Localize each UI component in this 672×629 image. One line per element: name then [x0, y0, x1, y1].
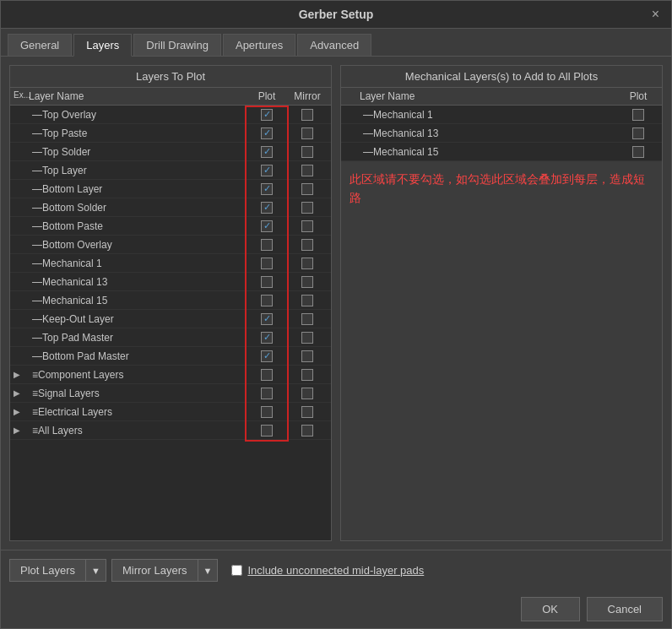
mirror-checkbox[interactable] [301, 202, 313, 214]
col-layer-header: Layer Name [29, 90, 247, 102]
plot-checkbox[interactable] [261, 220, 273, 232]
right-plot-checkbox[interactable] [632, 109, 644, 121]
plot-checkbox[interactable] [261, 276, 273, 288]
mirror-checkbox[interactable] [301, 239, 313, 251]
layer-name: —Top Pad Master [29, 332, 247, 344]
plot-checkbox-cell [247, 313, 287, 325]
col-ex-header: Ex... [14, 90, 29, 102]
layer-row: ▶≡All Layers [10, 421, 331, 440]
plot-checkbox[interactable] [261, 332, 273, 344]
mirror-checkbox-cell [287, 350, 328, 362]
layers-to-plot-panel: Layers To Plot Ex... Layer Name Plot Mir… [9, 65, 332, 541]
mirror-checkbox-cell [287, 369, 328, 381]
plot-checkbox-cell [247, 350, 287, 362]
plot-checkbox-cell [247, 165, 287, 176]
mirror-checkbox-cell [287, 388, 328, 399]
plot-checkbox[interactable] [261, 183, 273, 195]
gerber-setup-dialog: Gerber Setup × General Layers Drill Draw… [0, 0, 672, 629]
plot-layers-dropdown[interactable]: ▼ [86, 559, 106, 582]
mirror-checkbox[interactable] [301, 388, 313, 399]
close-button[interactable]: × [647, 6, 664, 23]
right-col-ex [344, 90, 360, 102]
mirror-checkbox-cell [287, 146, 328, 158]
plot-checkbox[interactable] [261, 146, 273, 158]
layer-row: —Bottom Pad Master [10, 347, 331, 366]
ok-cancel-bar: OK Cancel [1, 590, 671, 628]
include-unconnected-checkbox[interactable] [231, 565, 242, 576]
tab-general[interactable]: General [8, 34, 72, 56]
mirror-checkbox[interactable] [301, 332, 313, 344]
plot-checkbox[interactable] [261, 165, 273, 176]
layer-row: —Bottom Paste [10, 217, 331, 236]
tab-drill-drawing[interactable]: Drill Drawing [133, 34, 221, 56]
mirror-checkbox[interactable] [301, 406, 313, 418]
mirror-checkbox[interactable] [301, 350, 313, 362]
expand-icon[interactable]: ▶ [14, 426, 29, 435]
layer-name: —Bottom Layer [29, 183, 247, 195]
plot-checkbox[interactable] [261, 388, 273, 399]
mirror-checkbox-cell [287, 239, 328, 251]
plot-checkbox[interactable] [261, 239, 273, 251]
layer-row: —Top Solder [10, 143, 331, 161]
plot-checkbox[interactable] [261, 350, 273, 362]
mirror-checkbox-cell [287, 165, 328, 176]
layer-name: —Bottom Overlay [29, 239, 247, 251]
mirror-checkbox[interactable] [301, 183, 313, 195]
layer-name: —Mechanical 13 [29, 276, 247, 288]
plot-layers-button[interactable]: Plot Layers [9, 559, 86, 582]
plot-checkbox[interactable] [261, 313, 273, 325]
mirror-checkbox[interactable] [301, 109, 313, 121]
layer-name: ≡Electrical Layers [29, 406, 247, 418]
right-panel-header: Mechanical Layers(s) to Add to All Plots [341, 66, 662, 88]
plot-checkbox-cell [247, 109, 287, 121]
plot-checkbox[interactable] [261, 127, 273, 139]
plot-checkbox[interactable] [261, 258, 273, 269]
plot-checkbox-cell [247, 183, 287, 195]
cancel-button[interactable]: Cancel [587, 597, 663, 621]
plot-checkbox-cell [247, 369, 287, 381]
plot-checkbox[interactable] [261, 109, 273, 121]
mirror-checkbox[interactable] [301, 220, 313, 232]
right-col-layer: Layer Name [360, 90, 618, 102]
layer-name: ≡Component Layers [29, 369, 247, 381]
mirror-checkbox-cell [287, 258, 328, 269]
layer-name: —Top Layer [29, 165, 247, 176]
layer-name: —Mechanical 15 [29, 295, 247, 306]
right-plot-checkbox[interactable] [632, 127, 644, 139]
mirror-checkbox[interactable] [301, 258, 313, 269]
mirror-checkbox[interactable] [301, 127, 313, 139]
mirror-checkbox[interactable] [301, 165, 313, 176]
tab-apertures[interactable]: Apertures [223, 34, 295, 56]
mirror-checkbox-cell [287, 425, 328, 437]
mirror-layers-button[interactable]: Mirror Layers [111, 559, 198, 582]
right-layer-name: —Mechanical 13 [360, 127, 618, 139]
plot-checkbox-cell [247, 295, 287, 306]
expand-icon[interactable]: ▶ [14, 388, 29, 398]
ok-button[interactable]: OK [521, 597, 580, 621]
plot-checkbox-cell [247, 425, 287, 437]
include-unconnected-text: Include unconnected mid-layer pads [247, 564, 424, 577]
right-layer-name: —Mechanical 15 [360, 146, 618, 158]
plot-checkbox[interactable] [261, 202, 273, 214]
tab-layers[interactable]: Layers [73, 34, 132, 57]
mirror-checkbox[interactable] [301, 295, 313, 306]
mirror-checkbox[interactable] [301, 146, 313, 158]
right-plot-checkbox[interactable] [632, 146, 644, 158]
mirror-checkbox[interactable] [301, 313, 313, 325]
expand-icon[interactable]: ▶ [14, 370, 29, 379]
mirror-checkbox[interactable] [301, 369, 313, 381]
plot-checkbox[interactable] [261, 406, 273, 418]
right-layer-row: —Mechanical 1 [341, 106, 662, 124]
mirror-layers-dropdown[interactable]: ▼ [198, 559, 219, 582]
mirror-checkbox-cell [287, 127, 328, 139]
mirror-checkbox[interactable] [301, 276, 313, 288]
mirror-checkbox-cell [287, 332, 328, 344]
layer-name: —Top Paste [29, 127, 247, 139]
plot-checkbox[interactable] [261, 425, 273, 437]
plot-checkbox[interactable] [261, 295, 273, 306]
tab-advanced[interactable]: Advanced [297, 34, 371, 56]
mirror-checkbox[interactable] [301, 425, 313, 437]
right-layer-name: —Mechanical 1 [360, 109, 618, 121]
plot-checkbox[interactable] [261, 369, 273, 381]
expand-icon[interactable]: ▶ [14, 407, 29, 416]
